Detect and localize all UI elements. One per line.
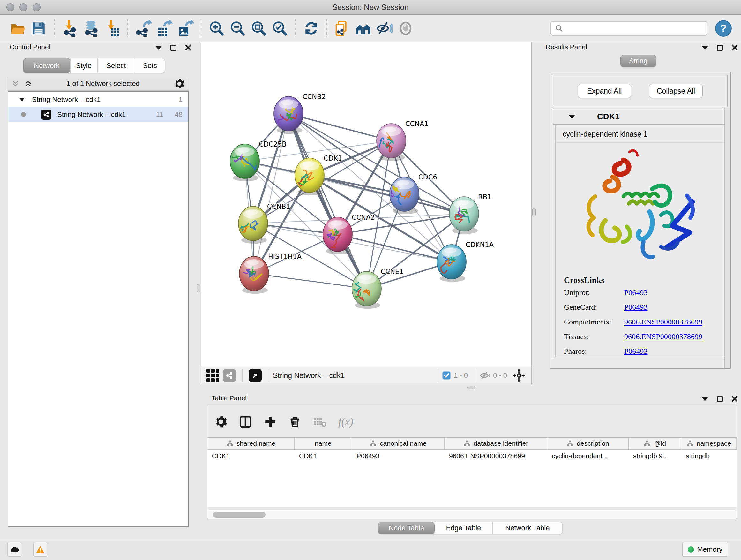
column-header--id[interactable]: @id: [629, 438, 681, 449]
selected-checkbox-icon[interactable]: [442, 371, 451, 380]
gene-header[interactable]: CDK1: [553, 109, 727, 125]
show-graphics-details-button[interactable]: [397, 19, 414, 38]
first-neighbors-button[interactable]: [354, 19, 373, 38]
network-edge[interactable]: [310, 175, 464, 214]
tab-select[interactable]: Select: [97, 58, 135, 73]
column-header-name[interactable]: name: [294, 438, 352, 449]
save-session-button[interactable]: [30, 19, 48, 38]
right-splitter-handle[interactable]: [532, 208, 536, 216]
network-canvas[interactable]: CCNB2CCNA1CDC25BCDK1CDC6RB1CCNB1CCNA2CDK…: [201, 42, 531, 367]
panel-collapse-icon[interactable]: [155, 46, 162, 50]
hide-selected-button[interactable]: [376, 19, 394, 38]
help-button[interactable]: ?: [715, 19, 732, 38]
network-collection-row[interactable]: String Network – cdk1 1: [8, 92, 188, 107]
crosslink-value-link[interactable]: 9606.ENSP00000378699: [624, 332, 702, 341]
tab-node-table[interactable]: Node Table: [378, 522, 434, 534]
panel-float-icon[interactable]: [171, 45, 177, 51]
table-cell[interactable]: 9606.ENSP00000378699: [445, 449, 547, 462]
import-network-button[interactable]: [61, 19, 79, 38]
add-column-icon[interactable]: [264, 415, 277, 428]
zoom-selected-button[interactable]: [271, 19, 289, 38]
table-cell[interactable]: stringdb:9...: [629, 449, 681, 462]
panel-collapse-icon[interactable]: [701, 46, 709, 50]
collapse-all-button[interactable]: Collapse All: [649, 84, 703, 98]
tab-network-table[interactable]: Network Table: [492, 522, 562, 534]
pan-crosshair-icon[interactable]: [512, 369, 526, 382]
export-image-button[interactable]: [177, 19, 194, 38]
network-node-ccnb2[interactable]: CCNB2: [273, 93, 326, 134]
warning-status-button[interactable]: [33, 542, 47, 557]
export-network-button[interactable]: [134, 19, 152, 38]
table-row[interactable]: CDK1CDK1P064939606.ENSP00000378699cyclin…: [207, 449, 737, 462]
show-columns-icon[interactable]: [239, 415, 252, 428]
column-header-database-identifier[interactable]: database identifier: [445, 438, 547, 449]
table-cell[interactable]: CDK1: [294, 449, 352, 462]
network-node-cdc6[interactable]: CDC6: [390, 173, 437, 214]
grid-view-icon[interactable]: [206, 369, 219, 382]
network-node-hist1h1a[interactable]: HIST1H1A: [239, 253, 302, 294]
expand-all-button[interactable]: Expand All: [578, 84, 631, 98]
network-edge[interactable]: [254, 114, 288, 273]
network-edge[interactable]: [254, 273, 367, 289]
column-header-description[interactable]: description: [547, 438, 629, 449]
zoom-fit-button[interactable]: [250, 19, 268, 38]
open-session-button[interactable]: [9, 19, 26, 38]
network-edge[interactable]: [338, 234, 452, 262]
import-database-button[interactable]: [82, 19, 100, 38]
function-builder-icon[interactable]: f(x): [338, 416, 353, 428]
network-row[interactable]: String Network – cdk1 11 48: [8, 107, 188, 122]
panel-float-icon[interactable]: [717, 45, 723, 51]
crosslink-value-link[interactable]: 9606.ENSP00000378699: [624, 318, 702, 326]
panel-close-icon[interactable]: [731, 395, 738, 402]
expand-all-icon[interactable]: [24, 79, 32, 88]
network-share-icon[interactable]: [223, 369, 236, 382]
bottom-splitter-handle[interactable]: [467, 386, 475, 389]
crosslink-value-link[interactable]: P06493: [624, 303, 648, 312]
table-horizontal-scrollbar[interactable]: [207, 510, 737, 519]
results-vertical-scrollbar[interactable]: [724, 108, 730, 368]
tab-style[interactable]: Style: [70, 58, 97, 73]
export-table-button[interactable]: [155, 19, 173, 38]
tree-expand-icon[interactable]: [19, 98, 25, 101]
table-cell[interactable]: stringdb: [681, 449, 737, 462]
tab-string[interactable]: String: [620, 55, 656, 67]
network-node-rb1[interactable]: RB1: [449, 193, 491, 234]
table-cell[interactable]: P06493: [352, 449, 445, 462]
crosslink-value-link[interactable]: P06493: [624, 288, 648, 297]
delete-column-icon[interactable]: [288, 415, 301, 428]
clone-network-button[interactable]: [333, 19, 351, 38]
network-node-cdkn1a[interactable]: CDKN1A: [437, 241, 494, 282]
memory-button[interactable]: Memory: [682, 542, 728, 557]
network-node-cdc25b[interactable]: CDC25B: [226, 140, 286, 181]
birdseye-view-icon[interactable]: [249, 369, 262, 382]
column-header-namespace[interactable]: namespace: [681, 438, 737, 449]
cloud-status-button[interactable]: [7, 542, 21, 557]
search-input[interactable]: [566, 24, 703, 33]
refresh-layout-button[interactable]: [302, 19, 320, 38]
panel-close-icon[interactable]: [731, 44, 738, 51]
column-header-shared-name[interactable]: shared name: [207, 438, 294, 449]
panel-collapse-icon[interactable]: [701, 397, 709, 401]
zoom-out-button[interactable]: [229, 19, 247, 38]
panel-float-icon[interactable]: [717, 396, 723, 402]
gene-collapse-icon[interactable]: [568, 115, 576, 119]
tab-network[interactable]: Network: [23, 58, 70, 73]
hidden-eye-icon[interactable]: [480, 371, 490, 380]
crosslink-value-link[interactable]: P06493: [624, 347, 648, 356]
table-cell[interactable]: cyclin-dependent ...: [547, 449, 629, 462]
table-gear-icon[interactable]: [214, 415, 227, 428]
gear-icon[interactable]: [174, 78, 185, 89]
zoom-in-button[interactable]: [208, 19, 226, 38]
tab-sets[interactable]: Sets: [135, 58, 165, 73]
scrollbar-thumb[interactable]: [213, 512, 266, 517]
tab-edge-table[interactable]: Edge Table: [434, 522, 492, 534]
column-header-canonical-name[interactable]: canonical name: [352, 438, 445, 449]
table-cell[interactable]: CDK1: [207, 449, 294, 462]
import-table-button[interactable]: [103, 19, 121, 38]
network-edge[interactable]: [288, 114, 367, 289]
delete-table-icon[interactable]: [313, 415, 327, 428]
collapse-all-icon[interactable]: [11, 79, 19, 88]
network-node-ccna1[interactable]: CCNA1: [368, 120, 428, 161]
left-splitter-handle[interactable]: [197, 284, 200, 293]
panel-close-icon[interactable]: [185, 44, 192, 51]
